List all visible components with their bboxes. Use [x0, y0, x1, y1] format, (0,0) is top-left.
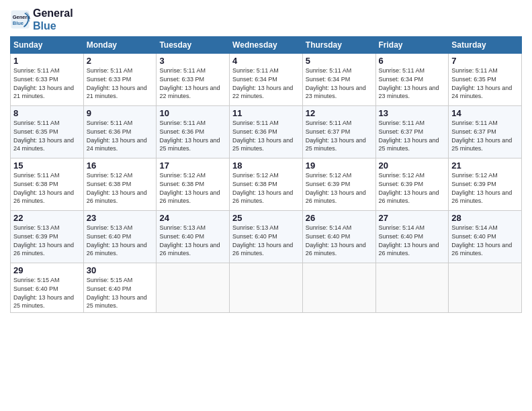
- day-number: 23: [87, 213, 154, 223]
- sunrise-label: Sunrise: 5:11 AM: [306, 67, 352, 74]
- day-number: 30: [87, 265, 154, 275]
- day-number: 10: [159, 108, 226, 118]
- calendar-cell: 24 Sunrise: 5:13 AM Sunset: 6:40 PM Dayl…: [157, 211, 230, 263]
- day-number: 19: [306, 161, 373, 171]
- sunrise-label: Sunrise: 5:15 AM: [13, 277, 60, 283]
- sunrise-label: Sunrise: 5:11 AM: [232, 120, 279, 126]
- day-info: Sunrise: 5:12 AM Sunset: 6:38 PM Dayligh…: [232, 171, 300, 205]
- sunset-label: Sunset: 6:40 PM: [451, 233, 496, 240]
- day-number: 3: [159, 56, 226, 66]
- calendar-cell: 27 Sunrise: 5:14 AM Sunset: 6:40 PM Dayl…: [375, 211, 449, 263]
- sunrise-label: Sunrise: 5:13 AM: [232, 224, 279, 231]
- daylight-label: Daylight: 13 hours and 24 minutes.: [87, 137, 147, 152]
- sunset-label: Sunset: 6:39 PM: [306, 181, 351, 187]
- daylight-label: Daylight: 13 hours and 26 minutes.: [13, 242, 74, 257]
- daylight-label: Daylight: 13 hours and 26 minutes.: [159, 189, 220, 205]
- weekday-header-saturday: Saturday: [449, 37, 522, 54]
- calendar-cell: 18 Sunrise: 5:12 AM Sunset: 6:38 PM Dayl…: [230, 158, 303, 211]
- calendar-cell: [230, 263, 303, 312]
- calendar-cell: 14 Sunrise: 5:11 AM Sunset: 6:37 PM Dayl…: [449, 106, 522, 158]
- calendar-cell: 16 Sunrise: 5:12 AM Sunset: 6:38 PM Dayl…: [83, 158, 157, 211]
- day-info: Sunrise: 5:12 AM Sunset: 6:39 PM Dayligh…: [379, 171, 446, 205]
- day-number: 22: [13, 213, 81, 223]
- daylight-label: Daylight: 13 hours and 26 minutes.: [306, 242, 366, 257]
- sunset-label: Sunset: 6:35 PM: [451, 76, 496, 83]
- sunset-label: Sunset: 6:34 PM: [306, 76, 351, 83]
- calendar-cell: 29 Sunrise: 5:15 AM Sunset: 6:40 PM Dayl…: [11, 263, 84, 312]
- day-number: 7: [451, 56, 519, 66]
- sunset-label: Sunset: 6:40 PM: [306, 233, 351, 240]
- day-number: 27: [379, 213, 446, 223]
- day-number: 16: [87, 161, 154, 171]
- calendar-cell: 6 Sunrise: 5:11 AM Sunset: 6:34 PM Dayli…: [375, 54, 449, 106]
- day-number: 13: [379, 108, 446, 118]
- svg-text:Blue: Blue: [13, 20, 24, 26]
- daylight-label: Daylight: 13 hours and 26 minutes.: [306, 189, 366, 205]
- weekday-header-sunday: Sunday: [11, 37, 84, 54]
- sunrise-label: Sunrise: 5:13 AM: [87, 224, 133, 231]
- daylight-label: Daylight: 13 hours and 25 minutes.: [159, 137, 220, 152]
- sunset-label: Sunset: 6:34 PM: [379, 76, 424, 83]
- day-number: 5: [306, 56, 373, 66]
- sunset-label: Sunset: 6:36 PM: [87, 128, 132, 135]
- sunset-label: Sunset: 6:37 PM: [379, 128, 424, 135]
- daylight-label: Daylight: 13 hours and 26 minutes.: [379, 242, 439, 257]
- calendar-week-4: 22 Sunrise: 5:13 AM Sunset: 6:39 PM Dayl…: [11, 211, 522, 263]
- daylight-label: Daylight: 13 hours and 25 minutes.: [232, 137, 293, 152]
- calendar-cell: [157, 263, 230, 312]
- logo-text: General Blue: [33, 7, 73, 32]
- calendar-cell: 3 Sunrise: 5:11 AM Sunset: 6:33 PM Dayli…: [157, 54, 230, 106]
- sunset-label: Sunset: 6:40 PM: [13, 285, 58, 292]
- calendar-cell: 25 Sunrise: 5:13 AM Sunset: 6:40 PM Dayl…: [230, 211, 303, 263]
- daylight-label: Daylight: 13 hours and 25 minutes.: [379, 137, 439, 152]
- daylight-label: Daylight: 13 hours and 24 minutes.: [451, 85, 512, 100]
- daylight-label: Daylight: 13 hours and 26 minutes.: [159, 242, 220, 257]
- calendar-cell: 28 Sunrise: 5:14 AM Sunset: 6:40 PM Dayl…: [449, 211, 522, 263]
- day-info: Sunrise: 5:11 AM Sunset: 6:35 PM Dayligh…: [13, 119, 81, 152]
- sunset-label: Sunset: 6:33 PM: [13, 76, 58, 83]
- day-number: 24: [159, 213, 226, 223]
- sunrise-label: Sunrise: 5:12 AM: [232, 172, 279, 179]
- sunrise-label: Sunrise: 5:14 AM: [451, 224, 498, 231]
- calendar-cell: 23 Sunrise: 5:13 AM Sunset: 6:40 PM Dayl…: [83, 211, 157, 263]
- calendar-cell: 15 Sunrise: 5:11 AM Sunset: 6:38 PM Dayl…: [11, 158, 84, 211]
- day-number: 26: [306, 213, 373, 223]
- sunrise-label: Sunrise: 5:11 AM: [159, 120, 206, 126]
- sunrise-label: Sunrise: 5:11 AM: [306, 120, 352, 126]
- calendar-cell: 20 Sunrise: 5:12 AM Sunset: 6:39 PM Dayl…: [375, 158, 449, 211]
- sunset-label: Sunset: 6:35 PM: [13, 128, 58, 135]
- sunset-label: Sunset: 6:33 PM: [159, 76, 204, 83]
- day-info: Sunrise: 5:11 AM Sunset: 6:36 PM Dayligh…: [232, 119, 300, 152]
- header: General Blue General Blue: [10, 7, 522, 32]
- sunset-label: Sunset: 6:34 PM: [232, 76, 277, 83]
- calendar-cell: 7 Sunrise: 5:11 AM Sunset: 6:35 PM Dayli…: [449, 54, 522, 106]
- sunrise-label: Sunrise: 5:12 AM: [306, 172, 352, 179]
- calendar-cell: [302, 263, 375, 312]
- sunset-label: Sunset: 6:38 PM: [13, 181, 58, 187]
- day-number: 1: [13, 56, 81, 66]
- daylight-label: Daylight: 13 hours and 26 minutes.: [87, 189, 147, 205]
- day-number: 17: [159, 161, 226, 171]
- day-number: 14: [451, 108, 519, 118]
- calendar-cell: 21 Sunrise: 5:12 AM Sunset: 6:39 PM Dayl…: [449, 158, 522, 211]
- sunrise-label: Sunrise: 5:11 AM: [159, 67, 206, 74]
- sunrise-label: Sunrise: 5:15 AM: [87, 277, 133, 283]
- daylight-label: Daylight: 13 hours and 25 minutes.: [13, 294, 74, 310]
- day-number: 11: [232, 108, 300, 118]
- sunset-label: Sunset: 6:38 PM: [159, 181, 204, 187]
- calendar-cell: 22 Sunrise: 5:13 AM Sunset: 6:39 PM Dayl…: [11, 211, 84, 263]
- sunrise-label: Sunrise: 5:14 AM: [306, 224, 352, 231]
- sunset-label: Sunset: 6:39 PM: [379, 181, 424, 187]
- day-number: 2: [87, 56, 154, 66]
- day-info: Sunrise: 5:11 AM Sunset: 6:35 PM Dayligh…: [451, 66, 519, 100]
- daylight-label: Daylight: 13 hours and 26 minutes.: [451, 242, 512, 257]
- sunset-label: Sunset: 6:36 PM: [232, 128, 277, 135]
- calendar-container: General Blue General Blue SundayMondayTu…: [0, 0, 532, 320]
- sunset-label: Sunset: 6:40 PM: [232, 233, 277, 240]
- calendar-cell: 11 Sunrise: 5:11 AM Sunset: 6:36 PM Dayl…: [230, 106, 303, 158]
- day-info: Sunrise: 5:11 AM Sunset: 6:37 PM Dayligh…: [379, 119, 446, 152]
- day-info: Sunrise: 5:12 AM Sunset: 6:39 PM Dayligh…: [451, 171, 519, 205]
- calendar-cell: 12 Sunrise: 5:11 AM Sunset: 6:37 PM Dayl…: [302, 106, 375, 158]
- day-info: Sunrise: 5:14 AM Sunset: 6:40 PM Dayligh…: [306, 224, 373, 257]
- day-number: 21: [451, 161, 519, 171]
